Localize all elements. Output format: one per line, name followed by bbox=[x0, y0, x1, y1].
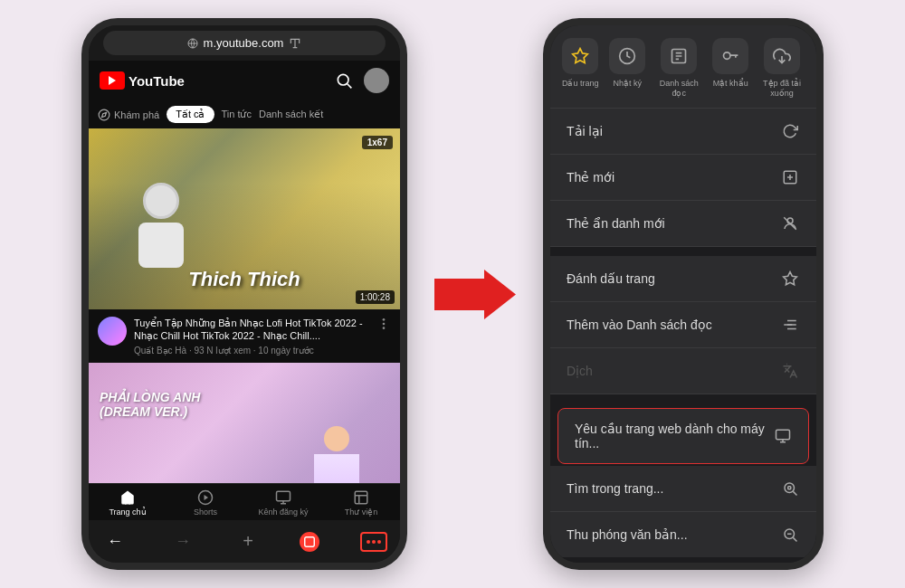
qa-downloads-label: Tệp đã tải xuống bbox=[759, 79, 805, 99]
cat-all[interactable]: Tất cả bbox=[167, 106, 214, 123]
qa-history[interactable]: Nhật ký bbox=[609, 38, 645, 99]
menu-item-reload[interactable]: Tải lại bbox=[550, 109, 816, 155]
shorts-icon bbox=[195, 489, 215, 506]
qa-history-label: Nhật ký bbox=[614, 79, 643, 89]
girl-dress bbox=[314, 454, 359, 483]
menu-bookmark-label: Đánh dấu trang bbox=[567, 271, 655, 286]
qa-key-icon bbox=[712, 38, 748, 74]
svg-line-49 bbox=[793, 537, 796, 541]
svg-rect-47 bbox=[788, 486, 791, 488]
svg-point-7 bbox=[383, 327, 386, 329]
nav-subscriptions-label: Kênh đăng ký bbox=[258, 507, 308, 517]
menu-item-new-tab[interactable]: Thẻ mới bbox=[550, 155, 816, 201]
menu-find-label: Tìm trong trang... bbox=[567, 481, 663, 496]
svg-marker-19 bbox=[434, 270, 516, 319]
find-icon bbox=[780, 479, 800, 498]
more-options-button[interactable] bbox=[360, 532, 387, 552]
svg-line-46 bbox=[793, 491, 796, 495]
svg-point-6 bbox=[383, 323, 386, 326]
svg-point-2 bbox=[338, 74, 348, 85]
video-thumb-1[interactable]: 1x67 Thich Thich 1:00:28 bbox=[89, 128, 400, 309]
cat-explore[interactable]: Khám phá bbox=[98, 109, 159, 121]
svg-rect-18 bbox=[305, 536, 315, 546]
cat-playlist-label: Danh sách kết bbox=[259, 109, 323, 120]
category-bar: Khám phá Tất cả Tin tức Danh sách kết bbox=[89, 100, 400, 128]
cat-news[interactable]: Tin tức bbox=[222, 109, 252, 120]
video-details-1: Tuyển Tập Những Bản Nhạc Lofi Hot TikTok… bbox=[134, 317, 369, 356]
svg-rect-15 bbox=[355, 491, 367, 504]
nav-home-label: Trang chủ bbox=[109, 507, 146, 517]
youtube-logo: YouTube bbox=[100, 71, 185, 90]
qa-downloads[interactable]: Tệp đã tải xuống bbox=[759, 38, 805, 99]
menu-item-find[interactable]: Tìm trong trang... bbox=[550, 466, 816, 512]
qa-bookmarks[interactable]: Dấu trang bbox=[562, 38, 599, 99]
menu-item-translate: Dịch bbox=[550, 348, 816, 394]
more-icon-1[interactable] bbox=[376, 317, 391, 331]
tab-count-badge[interactable] bbox=[300, 532, 319, 552]
qa-readinglist[interactable]: Danh sách đọc bbox=[656, 38, 701, 99]
menu-desktop-label: Yêu cầu trang web dành cho máy tín... bbox=[575, 422, 774, 450]
menu-add-readinglist-label: Thêm vào Danh sách đọc bbox=[567, 318, 712, 332]
browser-controls: ← → + bbox=[89, 520, 400, 563]
cat-news-label: Tin tức bbox=[222, 109, 252, 120]
qa-list-icon bbox=[661, 38, 697, 74]
nav-library[interactable]: Thư viện bbox=[322, 489, 400, 517]
menu-group-2: Đánh dấu trang Thêm vào Danh sách đọc Dị… bbox=[550, 256, 816, 394]
qa-passwords[interactable]: Mật khẩu bbox=[712, 38, 748, 99]
arrow-section bbox=[434, 270, 516, 319]
girl-figure bbox=[310, 426, 364, 483]
bottom-nav: Trang chủ Shorts Kênh đăng ký Thư viện bbox=[89, 483, 400, 520]
menu-new-tab-label: Thẻ mới bbox=[567, 170, 614, 185]
menu-reload-label: Tải lại bbox=[567, 124, 603, 138]
astro-body bbox=[138, 223, 184, 268]
video-title-overlay: Thich Thich bbox=[89, 268, 400, 291]
video-thumb-2[interactable]: PHẢI LÒNG ANH(DREAM VER.) bbox=[89, 363, 400, 483]
zoom-icon bbox=[780, 525, 800, 545]
dot-2 bbox=[372, 540, 376, 544]
qa-readinglist-label: Danh sách đọc bbox=[656, 79, 701, 99]
menu-zoom-label: Thu phóng văn bản... bbox=[567, 527, 688, 542]
svg-point-26 bbox=[724, 52, 731, 60]
new-tab-button[interactable]: + bbox=[237, 527, 259, 555]
browser-url-bar: m.youtube.com bbox=[89, 25, 400, 61]
subscriptions-icon bbox=[273, 489, 293, 506]
svg-point-5 bbox=[383, 318, 386, 321]
reload-icon bbox=[780, 121, 800, 141]
menu-item-desktop[interactable]: Yêu cầu trang web dành cho máy tín... bbox=[557, 408, 809, 464]
menu-item-add-readinglist[interactable]: Thêm vào Danh sách đọc bbox=[550, 302, 816, 348]
forward-button[interactable]: → bbox=[169, 528, 196, 555]
cat-playlist[interactable]: Danh sách kết bbox=[259, 109, 323, 120]
youtube-action-icons bbox=[335, 68, 389, 93]
nav-library-label: Thư viện bbox=[345, 507, 378, 517]
home-icon bbox=[118, 489, 138, 506]
menu-incognito-label: Thẻ ẩn danh mới bbox=[567, 216, 665, 231]
nav-shorts[interactable]: Shorts bbox=[167, 489, 244, 517]
left-phone: m.youtube.com YouTube bbox=[81, 18, 407, 570]
youtube-icon bbox=[100, 71, 125, 90]
quick-actions-bar: Dấu trang Nhật ký Danh sách đọc Mật khẩu bbox=[550, 25, 816, 109]
cat-all-label: Tất cả bbox=[176, 109, 205, 120]
menu-item-bookmark[interactable]: Đánh dấu trang bbox=[550, 256, 816, 302]
svg-point-45 bbox=[785, 483, 795, 493]
menu-item-zoom[interactable]: Thu phóng văn bản... bbox=[550, 512, 816, 557]
video-title-1: Tuyển Tập Những Bản Nhạc Lofi Hot TikTok… bbox=[134, 317, 369, 343]
nav-subscriptions[interactable]: Kênh đăng ký bbox=[244, 489, 322, 517]
dot-3 bbox=[377, 540, 381, 544]
svg-marker-20 bbox=[573, 49, 588, 63]
video-feed: 1x67 Thich Thich 1:00:28 Tuyển Tập Những… bbox=[89, 128, 400, 483]
cat-explore-label: Khám phá bbox=[114, 109, 159, 120]
bookmark-icon bbox=[780, 269, 800, 289]
avatar[interactable] bbox=[364, 68, 389, 93]
group-sep-3 bbox=[550, 560, 816, 563]
svg-rect-12 bbox=[277, 491, 291, 501]
qa-clock-icon bbox=[609, 38, 645, 74]
qa-star-icon bbox=[562, 38, 598, 74]
main-container: m.youtube.com YouTube bbox=[0, 0, 905, 588]
direction-arrow bbox=[434, 270, 516, 319]
search-icon[interactable] bbox=[335, 71, 353, 90]
url-input[interactable]: m.youtube.com bbox=[103, 31, 386, 55]
menu-item-incognito[interactable]: Thẻ ẩn danh mới bbox=[550, 201, 816, 246]
add-list-icon bbox=[780, 315, 800, 335]
back-button[interactable]: ← bbox=[101, 528, 129, 555]
nav-home[interactable]: Trang chủ bbox=[89, 489, 167, 517]
